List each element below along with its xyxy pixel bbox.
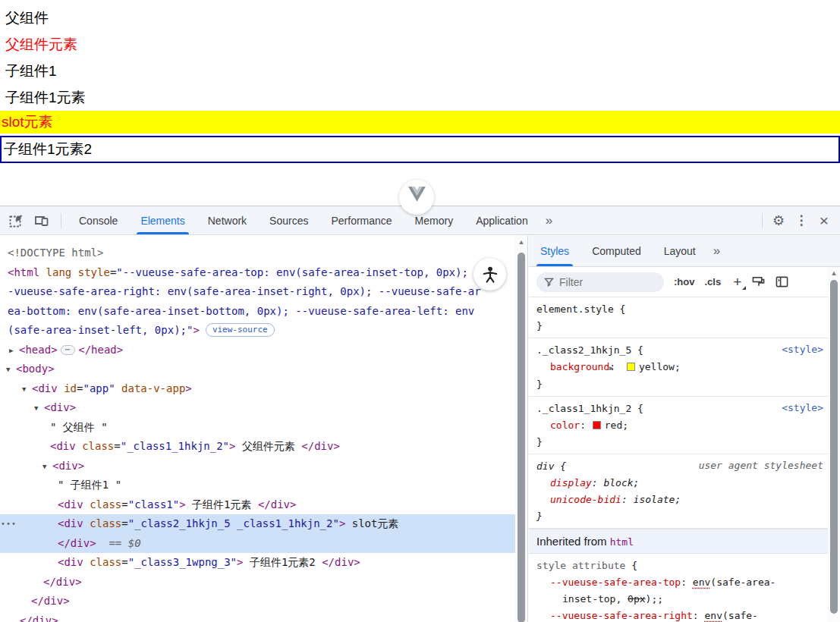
- css-property-name[interactable]: --vueuse-safe-area-right: [550, 610, 693, 621]
- dom-tree-row[interactable]: </div>: [0, 573, 515, 592]
- code-token: 子组件1元素: [186, 498, 258, 510]
- dom-tree-row[interactable]: •••<div class="_class2_1hkjn_5 _class1_1…: [0, 514, 515, 534]
- view-source-badge[interactable]: view-source: [206, 323, 275, 337]
- css-property-value[interactable]: );: [646, 593, 658, 605]
- style-source-link[interactable]: <style>: [782, 344, 823, 355]
- close-devtools-button[interactable]: ×: [813, 206, 835, 234]
- sidebar-tab-strip: StylesComputedLayout »: [529, 236, 840, 267]
- css-property-value[interactable]: env: [705, 610, 722, 621]
- dom-tree-row[interactable]: </div> == $0: [0, 534, 515, 554]
- css-property-name[interactable]: background: [550, 361, 609, 372]
- dom-tree-row[interactable]: " 子组件1 ": [0, 476, 515, 495]
- dom-tree-row[interactable]: ▼<div id="app" data-v-app>: [0, 379, 515, 399]
- css-property-value[interactable]: isolate: [634, 494, 675, 505]
- dom-tree-row[interactable]: <!DOCTYPE html>: [0, 243, 515, 263]
- code-token: " 父组件 ": [50, 421, 108, 433]
- sidebar-tab-computed[interactable]: Computed: [580, 236, 653, 266]
- disclosure-arrow-icon[interactable]: ▼: [42, 457, 52, 477]
- tab-performance[interactable]: Performance: [319, 206, 403, 234]
- inherited-tag-link[interactable]: html: [610, 536, 634, 548]
- dom-tree-row[interactable]: ▼<body>: [0, 360, 515, 379]
- tab-elements[interactable]: Elements: [129, 206, 196, 234]
- css-property-value[interactable]: red: [605, 419, 622, 431]
- expand-ellipsis-badge[interactable]: ⋯: [61, 345, 76, 355]
- dom-tree-row[interactable]: " 父组件 ": [0, 418, 515, 438]
- sidebar-tab-styles[interactable]: Styles: [529, 236, 580, 266]
- css-selector[interactable]: div: [536, 460, 554, 472]
- elements-scrollbar[interactable]: ▲: [515, 236, 527, 622]
- page-preview: 父组件 父组件元素 子组件1 子组件1元素 slot元素 子组件1元素2: [0, 0, 840, 167]
- tab-console[interactable]: Console: [68, 206, 129, 234]
- css-property[interactable]: --vueuse-safe-area-right: env(safe-: [536, 608, 820, 622]
- pseudo-state-toggle[interactable]: :hov: [674, 276, 694, 287]
- new-style-rule-button[interactable]: +: [733, 274, 741, 291]
- css-property[interactable]: unicode-bidi: isolate;: [536, 492, 820, 508]
- styles-filter-field[interactable]: [536, 272, 664, 292]
- code-token: </div>: [58, 537, 96, 549]
- inspect-element-button[interactable]: [8, 212, 25, 229]
- filter-funnel-icon: [544, 277, 554, 287]
- css-property-name[interactable]: --vueuse-safe-area-top: [550, 576, 681, 588]
- more-tabs-button[interactable]: »: [540, 213, 558, 228]
- parent-component-text: 父组件: [0, 5, 840, 31]
- customize-menu-button[interactable]: ⋮: [790, 206, 813, 234]
- disclosure-arrow-icon[interactable]: ▼: [34, 399, 44, 419]
- css-selector[interactable]: ._class2_1hkjn_5: [536, 344, 631, 356]
- dom-tree-row[interactable]: </div>: [0, 611, 515, 622]
- dom-tree-row[interactable]: </div>: [0, 592, 515, 611]
- sidebar-more-tabs-button[interactable]: »: [707, 236, 726, 266]
- settings-gear-button[interactable]: ⚙: [767, 206, 790, 234]
- accessibility-overlay-button[interactable]: [473, 258, 506, 291]
- color-swatch[interactable]: [593, 421, 601, 429]
- css-property-value[interactable]: inset-top,: [562, 593, 628, 605]
- dom-tree-row[interactable]: ▶<head>⋯</head>: [0, 341, 515, 360]
- disclosure-arrow-icon[interactable]: ▼: [22, 380, 32, 400]
- css-property-value[interactable]: yellow: [639, 361, 675, 372]
- disclosure-arrow-icon[interactable]: ▶: [9, 341, 19, 361]
- css-property-value[interactable]: (safe-area-: [710, 576, 776, 588]
- scroll-up-arrow-icon[interactable]: ▲: [828, 269, 840, 277]
- css-property-name[interactable]: color: [550, 419, 580, 431]
- disclosure-arrow-icon[interactable]: ▼: [6, 360, 16, 380]
- dom-tree-row[interactable]: <div class="_class1_1hkjn_2"> 父组件元素 </di…: [0, 437, 515, 457]
- dom-tree-row[interactable]: ▼<div>: [0, 398, 515, 418]
- code-token: <div: [58, 556, 83, 568]
- css-selector[interactable]: style attribute: [536, 560, 625, 571]
- sidebar-tab-layout[interactable]: Layout: [653, 236, 707, 266]
- scroll-up-arrow-icon[interactable]: ▲: [515, 238, 527, 246]
- code-token: id: [58, 382, 77, 394]
- filter-input[interactable]: [559, 276, 650, 288]
- css-property[interactable]: color: red;: [536, 417, 820, 434]
- css-property[interactable]: display: block;: [536, 475, 820, 492]
- dom-tree-row[interactable]: ▼<div>: [0, 457, 515, 476]
- scrollbar-thumb[interactable]: [830, 280, 838, 614]
- code-token: </div>: [301, 440, 340, 452]
- css-property-value[interactable]: 0px: [628, 593, 645, 605]
- color-swatch[interactable]: [627, 363, 635, 371]
- css-property-value[interactable]: (safe-: [722, 610, 758, 621]
- styles-scrollbar[interactable]: ▲: [828, 267, 840, 622]
- tab-network[interactable]: Network: [197, 206, 258, 234]
- css-property-name[interactable]: unicode-bidi: [550, 494, 621, 505]
- css-selector[interactable]: ._class1_1hkjn_2: [536, 403, 631, 414]
- css-selector[interactable]: element.style: [536, 303, 614, 315]
- code-token: <div: [50, 440, 76, 452]
- rendering-emulation-icon[interactable]: [752, 275, 765, 288]
- style-source-link[interactable]: <style>: [782, 402, 823, 413]
- element-classes-toggle[interactable]: .cls: [704, 276, 721, 287]
- vue-devtools-badge[interactable]: [399, 180, 434, 215]
- dom-tree-row[interactable]: <div class="class1"> 子组件1元素 </div>: [0, 495, 515, 515]
- dom-tree-row[interactable]: <html lang style="--vueuse-safe-area-top…: [0, 263, 486, 341]
- dom-tree-row[interactable]: <div class="_class3_1wpng_3"> 子组件1元素2 </…: [0, 553, 515, 573]
- css-property-name[interactable]: display: [550, 477, 592, 488]
- css-property[interactable]: --vueuse-safe-area-top: env(safe-area-in…: [536, 574, 820, 608]
- toggle-computed-sidebar-icon[interactable]: [776, 275, 788, 288]
- selected-node-grip-icon[interactable]: •••: [1, 514, 17, 534]
- css-property-value[interactable]: block: [603, 477, 633, 488]
- scrollbar-thumb[interactable]: [518, 253, 525, 622]
- css-property[interactable]: background: ▶yellow;: [536, 359, 820, 376]
- css-property-value[interactable]: env: [693, 576, 710, 588]
- device-toolbar-button[interactable]: [33, 212, 50, 229]
- tab-sources[interactable]: Sources: [258, 206, 319, 234]
- tab-application[interactable]: Application: [464, 206, 540, 234]
